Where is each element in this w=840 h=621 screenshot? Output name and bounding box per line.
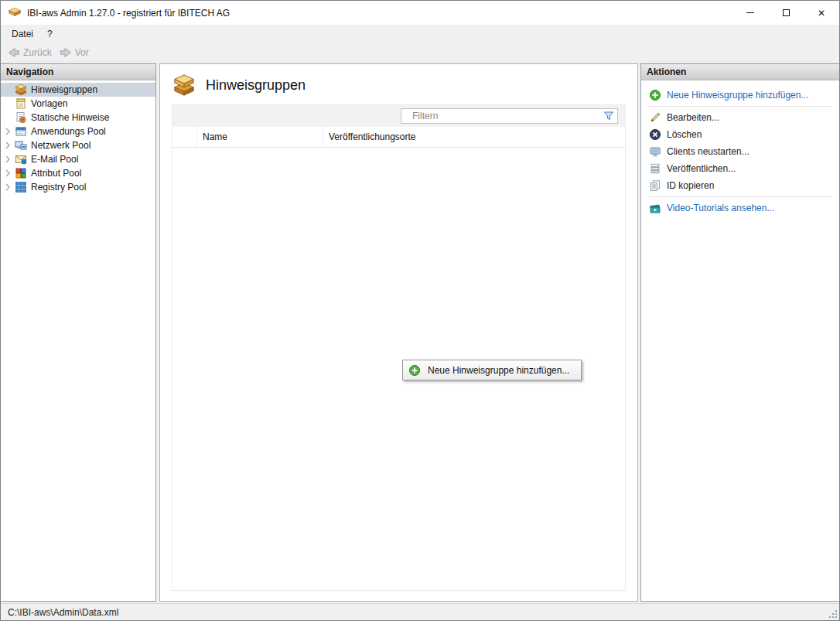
page-title: Hinweisgruppen bbox=[206, 77, 306, 94]
main-panel: Hinweisgruppen Name bbox=[159, 63, 638, 602]
maximize-button[interactable] bbox=[768, 1, 804, 25]
menu-datei[interactable]: Datei bbox=[5, 26, 40, 42]
nav-item-anwendungs-pool[interactable]: Anwendungs Pool bbox=[1, 125, 155, 138]
back-arrow-icon bbox=[8, 46, 20, 59]
email-pool-icon bbox=[15, 153, 27, 165]
nav-item-netzwerk-pool[interactable]: Netzwerk Pool bbox=[1, 138, 155, 152]
action-neue-hinweisgruppe-hinzufuegen[interactable]: Neue Hinweisgruppe hinzufügen... bbox=[649, 87, 831, 104]
attribute-pool-icon bbox=[15, 167, 27, 179]
filter-funnel-icon[interactable] bbox=[603, 110, 615, 122]
chevron-right-icon[interactable] bbox=[5, 142, 11, 149]
maximize-icon bbox=[783, 9, 790, 16]
action-label: Video-Tutorials ansehen... bbox=[667, 203, 774, 213]
table-body: Neue Hinweisgruppe hinzufügen... bbox=[172, 148, 625, 590]
nav-item-email-pool[interactable]: E-Mail Pool bbox=[1, 152, 155, 166]
action-id-kopieren[interactable]: ID kopieren bbox=[649, 177, 831, 194]
action-label: Veröffentlichen... bbox=[667, 163, 736, 174]
application-pool-icon bbox=[15, 125, 27, 138]
close-button[interactable]: ✕ bbox=[804, 1, 839, 25]
titlebar: IBI-aws Admin 1.27.0 - registriert für I… bbox=[1, 1, 839, 25]
add-button-label: Neue Hinweisgruppe hinzufügen... bbox=[428, 365, 569, 376]
column-header-name[interactable]: Name bbox=[197, 127, 323, 147]
app-icon bbox=[8, 6, 22, 20]
window-controls: ✕ bbox=[732, 1, 839, 25]
column-gutter bbox=[172, 127, 197, 147]
hint-groups-icon-large bbox=[172, 73, 196, 97]
add-icon bbox=[408, 364, 421, 377]
hint-groups-icon bbox=[15, 84, 27, 96]
nav-item-registry-pool[interactable]: Registry Pool bbox=[1, 180, 155, 194]
nav-label: Statische Hinweise bbox=[31, 112, 109, 123]
nav-item-statische-hinweise[interactable]: Statische Hinweise bbox=[1, 111, 155, 125]
action-label: Clients neustarten... bbox=[667, 146, 750, 157]
filter-box bbox=[401, 108, 618, 124]
forward-arrow-icon bbox=[60, 46, 72, 59]
action-loeschen[interactable]: Löschen bbox=[649, 126, 831, 143]
hinweisgruppen-list: Name Veröffentlichungsorte Neue Hinweisg… bbox=[172, 104, 626, 591]
navigation-panel: Navigation Hinweisgruppe bbox=[1, 63, 156, 602]
add-hinweisgruppe-floating-button[interactable]: Neue Hinweisgruppe hinzufügen... bbox=[402, 360, 582, 380]
templates-icon bbox=[15, 97, 27, 110]
window-title: IBI-aws Admin 1.27.0 - registriert für I… bbox=[27, 8, 230, 19]
filter-band bbox=[172, 105, 625, 127]
nav-item-hinweisgruppen[interactable]: Hinweisgruppen bbox=[1, 83, 155, 97]
minimize-icon bbox=[746, 12, 754, 13]
chevron-right-icon[interactable] bbox=[5, 155, 11, 163]
statusbar: C:\IBI-aws\Admin\Data.xml bbox=[1, 603, 839, 620]
action-clients-neustarten[interactable]: Clients neustarten... bbox=[649, 143, 831, 160]
action-label: Bearbeiten... bbox=[667, 112, 719, 123]
resize-grip-icon[interactable] bbox=[828, 609, 838, 619]
video-tutorials-icon bbox=[649, 202, 661, 214]
nav-label: Attribut Pool bbox=[31, 168, 81, 179]
navigation-tree: Hinweisgruppen Vorlagen bbox=[1, 80, 155, 194]
action-list: Neue Hinweisgruppe hinzufügen... Bearbei… bbox=[641, 80, 839, 217]
actions-panel: Aktionen Neue Hinweisgruppe hinzufügen..… bbox=[640, 63, 839, 602]
chevron-right-icon[interactable] bbox=[5, 183, 11, 191]
action-bearbeiten[interactable]: Bearbeiten... bbox=[649, 109, 831, 126]
action-label: Neue Hinweisgruppe hinzufügen... bbox=[667, 90, 808, 101]
filter-input[interactable] bbox=[401, 108, 618, 124]
delete-icon bbox=[649, 128, 661, 141]
menu-help[interactable]: ? bbox=[40, 26, 60, 42]
main-header: Hinweisgruppen bbox=[160, 64, 637, 104]
nav-label: E-Mail Pool bbox=[31, 154, 78, 165]
edit-icon bbox=[649, 111, 661, 124]
actions-header: Aktionen bbox=[641, 64, 839, 80]
registry-pool-icon bbox=[15, 181, 27, 193]
nav-label: Vorlagen bbox=[31, 98, 67, 109]
action-veroeffentlichen[interactable]: Veröffentlichen... bbox=[649, 160, 831, 177]
column-header-veroeffentlichungsorte[interactable]: Veröffentlichungsorte bbox=[323, 127, 625, 147]
toolbar: Zurück Vor bbox=[1, 43, 839, 63]
chevron-right-icon[interactable] bbox=[5, 169, 11, 177]
separator bbox=[649, 196, 831, 197]
app-window: IBI-aws Admin 1.27.0 - registriert für I… bbox=[0, 0, 840, 621]
action-video-tutorials-ansehen[interactable]: Video-Tutorials ansehen... bbox=[649, 200, 831, 217]
status-data-file-path: C:\IBI-aws\Admin\Data.xml bbox=[8, 607, 118, 618]
action-label: ID kopieren bbox=[667, 180, 714, 191]
copy-id-icon bbox=[649, 179, 661, 192]
table-header: Name Veröffentlichungsorte bbox=[172, 127, 625, 148]
nav-label: Registry Pool bbox=[31, 182, 86, 193]
restart-clients-icon bbox=[649, 145, 661, 158]
menubar: Datei ? bbox=[1, 25, 839, 43]
nav-label: Hinweisgruppen bbox=[31, 84, 97, 95]
content-area: Navigation Hinweisgruppe bbox=[1, 63, 839, 603]
nav-item-vorlagen[interactable]: Vorlagen bbox=[1, 97, 155, 111]
navigation-header: Navigation bbox=[1, 64, 155, 80]
network-pool-icon bbox=[15, 139, 27, 152]
close-icon: ✕ bbox=[818, 8, 825, 19]
add-icon bbox=[649, 89, 661, 101]
nav-label: Anwendungs Pool bbox=[31, 126, 106, 137]
back-button[interactable]: Zurück bbox=[8, 46, 52, 59]
action-label: Löschen bbox=[667, 129, 702, 140]
minimize-button[interactable] bbox=[732, 1, 768, 25]
publish-icon bbox=[649, 162, 661, 175]
back-label: Zurück bbox=[23, 47, 52, 58]
forward-label: Vor bbox=[75, 47, 89, 58]
separator bbox=[649, 106, 831, 107]
chevron-right-icon[interactable] bbox=[5, 128, 11, 135]
static-hints-icon bbox=[15, 111, 27, 124]
nav-label: Netzwerk Pool bbox=[31, 140, 90, 151]
nav-item-attribut-pool[interactable]: Attribut Pool bbox=[1, 166, 155, 180]
forward-button[interactable]: Vor bbox=[60, 46, 89, 59]
